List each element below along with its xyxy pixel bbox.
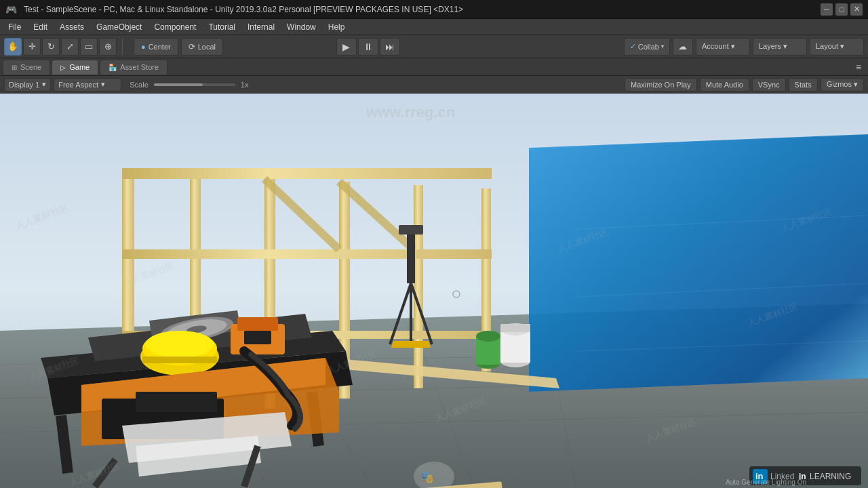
svg-text:人人素材社区: 人人素材社区 <box>433 396 487 424</box>
svg-rect-15 <box>190 175 201 419</box>
svg-marker-56 <box>81 358 339 446</box>
svg-text:LEARNING: LEARNING <box>810 472 851 481</box>
viewport-area[interactable]: 人人素材社区 人人素材社区 人人素材社区 人人素材社区 人人素材社区 人人素材社… <box>0 94 868 488</box>
scene-tab-label: Scene <box>20 63 41 71</box>
svg-rect-32 <box>500 324 530 332</box>
svg-text:www.rreg.cn: www.rreg.cn <box>366 104 455 121</box>
svg-rect-16 <box>264 178 275 409</box>
svg-marker-38 <box>391 341 431 348</box>
asset-store-tab-label: Asset Store <box>120 63 159 71</box>
tab-options: ≡ <box>852 60 865 74</box>
collab-button[interactable]: ✓ Collab ▾ <box>624 38 670 56</box>
pause-button[interactable]: ⏸ <box>358 38 378 56</box>
svg-text:人人素材社区: 人人素材社区 <box>26 355 80 383</box>
local-label: Local <box>198 43 216 51</box>
svg-line-7 <box>407 310 475 488</box>
display-arrow-icon: ▾ <box>42 80 46 89</box>
svg-text:in: in <box>799 472 806 481</box>
layers-button[interactable]: Layers ▾ <box>753 38 807 56</box>
sub-toolbar: Display 1 ▾ Free Aspect ▾ Scale 1x Maxim… <box>0 76 868 94</box>
svg-marker-41 <box>47 351 353 415</box>
window-controls: ─ □ ✕ <box>821 3 863 16</box>
layout-label: Layout ▾ <box>816 42 844 51</box>
tab-game[interactable]: ▷ Game <box>52 60 98 75</box>
game-tab-icon: ▷ <box>60 64 66 71</box>
mute-audio-button[interactable]: Mute Audio <box>700 78 749 92</box>
menu-edit[interactable]: Edit <box>28 21 53 33</box>
game-tab-label: Game <box>69 63 90 71</box>
move-tool-button[interactable]: ✛ <box>23 38 41 56</box>
svg-line-63 <box>244 446 258 487</box>
svg-point-77 <box>453 291 460 298</box>
svg-line-5 <box>136 324 271 488</box>
svg-point-29 <box>500 355 530 367</box>
maximize-button[interactable]: □ <box>835 3 848 16</box>
svg-text:人人素材社区: 人人素材社区 <box>644 416 697 444</box>
svg-rect-79 <box>753 469 768 484</box>
scene-canvas: 人人素材社区 人人素材社区 人人素材社区 人人素材社区 人人素材社区 人人素材社… <box>0 94 868 488</box>
rect-tool-button[interactable]: ▭ <box>80 38 98 56</box>
layout-button[interactable]: Layout ▾ <box>810 38 864 56</box>
maximize-on-play-label: Maximize On Play <box>631 81 691 89</box>
maximize-on-play-button[interactable]: Maximize On Play <box>625 78 697 92</box>
local-button[interactable]: ⟳ Local <box>181 38 223 56</box>
layers-label: Layers ▾ <box>759 42 787 51</box>
center-button[interactable]: ● Center <box>134 38 178 56</box>
tab-options-button[interactable]: ≡ <box>852 60 865 74</box>
rotate-tool-button[interactable]: ↻ <box>42 38 60 56</box>
stats-button[interactable]: Stats <box>789 78 818 92</box>
close-button[interactable]: ✕ <box>850 3 863 16</box>
menu-bar: File Edit Assets GameObject Component Tu… <box>0 19 868 35</box>
menu-tutorial[interactable]: Tutorial <box>203 21 241 33</box>
asset-store-tab-icon: 🏪 <box>108 64 117 71</box>
svg-rect-20 <box>122 168 492 179</box>
svg-rect-53 <box>231 324 285 354</box>
play-button[interactable]: ▶ <box>336 38 357 56</box>
menu-internal[interactable]: Internal <box>242 21 280 33</box>
gizmos-button[interactable]: Gizmos ▾ <box>821 78 864 92</box>
display-select[interactable]: Display 1 ▾ <box>4 78 51 92</box>
mute-audio-label: Mute Audio <box>706 81 743 89</box>
collab-arrow-icon: ▾ <box>661 43 664 49</box>
svg-line-35 <box>390 283 411 344</box>
window-title: Test - SampleScene - PC, Mac & Linux Sta… <box>21 5 821 14</box>
menu-help[interactable]: Help <box>323 21 351 33</box>
svg-text:人人素材社区: 人人素材社区 <box>555 226 609 254</box>
playback-controls: ▶ ⏸ ⏭ <box>336 38 400 56</box>
tab-asset-store[interactable]: 🏪 Asset Store <box>100 60 167 75</box>
account-button[interactable]: Account ▾ <box>696 38 750 56</box>
scale-slider[interactable] <box>154 83 235 86</box>
scale-tool-button[interactable]: ⤢ <box>61 38 79 56</box>
svg-point-47 <box>165 315 228 343</box>
svg-line-11 <box>576 216 868 229</box>
minimize-button[interactable]: ─ <box>821 3 833 16</box>
aspect-select[interactable]: Free Aspect ▾ <box>54 78 121 92</box>
menu-component[interactable]: Component <box>149 21 201 33</box>
menu-assets[interactable]: Assets <box>54 21 90 33</box>
vsync-label: VSync <box>758 81 780 89</box>
transform-tools-group: ✋ ✛ ↻ ⤢ ▭ ⊕ <box>4 38 117 56</box>
pivot-group: ● Center ⟳ Local <box>134 38 223 56</box>
svg-marker-60 <box>122 412 292 463</box>
aspect-arrow-icon: ▾ <box>101 80 105 89</box>
menu-file[interactable]: File <box>3 21 26 33</box>
tab-scene[interactable]: ⊞ Scene <box>3 60 50 75</box>
menu-gameobject[interactable]: GameObject <box>91 21 147 33</box>
svg-marker-57 <box>81 358 326 412</box>
svg-text:人人素材社区: 人人素材社区 <box>67 460 121 488</box>
hand-tool-button[interactable]: ✋ <box>4 38 22 56</box>
transform-tool-button[interactable]: ⊕ <box>99 38 117 56</box>
svg-marker-61 <box>136 436 261 476</box>
svg-rect-19 <box>481 188 491 371</box>
svg-rect-78 <box>749 466 861 485</box>
step-button[interactable]: ⏭ <box>380 38 400 56</box>
menu-window[interactable]: Window <box>281 21 321 33</box>
svg-point-50 <box>142 331 217 365</box>
vsync-button[interactable]: VSync <box>752 78 786 92</box>
svg-point-48 <box>186 324 207 334</box>
svg-rect-18 <box>414 185 423 388</box>
svg-line-23 <box>264 179 339 249</box>
cloud-button[interactable]: ☁ <box>673 38 693 56</box>
svg-point-46 <box>158 312 235 347</box>
svg-point-49 <box>140 338 219 375</box>
